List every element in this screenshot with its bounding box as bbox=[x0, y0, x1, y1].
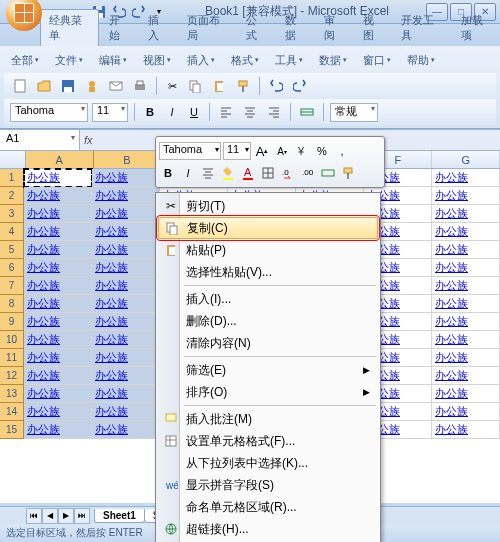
save-icon[interactable] bbox=[58, 76, 78, 96]
col-header-g[interactable]: G bbox=[432, 151, 500, 168]
menu-sort[interactable]: 排序(O)▶ bbox=[158, 381, 378, 403]
mini-font-color-icon[interactable]: A bbox=[239, 164, 257, 182]
row-header[interactable]: 8 bbox=[0, 295, 24, 313]
mini-percent-icon[interactable]: % bbox=[313, 142, 331, 160]
undo-icon[interactable] bbox=[266, 76, 286, 96]
font-select[interactable]: Tahoma bbox=[10, 103, 88, 122]
tab-addins[interactable]: 加载项 bbox=[453, 10, 500, 46]
row-header[interactable]: 14 bbox=[0, 403, 24, 421]
menu-file[interactable]: 文件▾ bbox=[48, 50, 90, 71]
cell[interactable]: 办公族 bbox=[24, 169, 92, 187]
row-header[interactable]: 3 bbox=[0, 205, 24, 223]
cell[interactable]: 办公族 bbox=[24, 205, 92, 223]
align-left-icon[interactable] bbox=[216, 102, 236, 122]
font-size-select[interactable]: 11 bbox=[92, 103, 128, 122]
print-icon[interactable] bbox=[130, 76, 150, 96]
menu-tools[interactable]: 工具▾ bbox=[268, 50, 310, 71]
select-all-corner[interactable] bbox=[0, 151, 26, 168]
row-header[interactable]: 1 bbox=[0, 169, 24, 187]
tab-insert[interactable]: 插入 bbox=[140, 10, 177, 46]
row-header[interactable]: 10 bbox=[0, 331, 24, 349]
cell[interactable]: 办公族 bbox=[24, 367, 92, 385]
menu-hyperlink[interactable]: 超链接(H)... bbox=[158, 518, 378, 540]
tab-review[interactable]: 审阅 bbox=[316, 10, 353, 46]
menu-insert-comment[interactable]: 插入批注(M) bbox=[158, 408, 378, 430]
mini-italic-button[interactable]: I bbox=[179, 164, 197, 182]
cell[interactable]: 办公族 bbox=[432, 241, 500, 259]
cell[interactable]: 办公族 bbox=[92, 349, 160, 367]
mini-bold-button[interactable]: B bbox=[159, 164, 177, 182]
cell[interactable]: 办公族 bbox=[92, 241, 160, 259]
mini-currency-icon[interactable]: ¥ bbox=[293, 142, 311, 160]
shrink-font-icon[interactable]: A▾ bbox=[273, 142, 291, 160]
menu-name-range[interactable]: 命名单元格区域(R)... bbox=[158, 496, 378, 518]
mini-decrease-decimal-icon[interactable]: .0 bbox=[279, 164, 297, 182]
bold-button[interactable]: B bbox=[141, 102, 159, 122]
mini-size-select[interactable]: 11 bbox=[223, 142, 251, 160]
cell[interactable]: 办公族 bbox=[432, 403, 500, 421]
menu-format[interactable]: 格式▾ bbox=[224, 50, 266, 71]
cell[interactable]: 办公族 bbox=[24, 277, 92, 295]
row-header[interactable]: 2 bbox=[0, 187, 24, 205]
permission-icon[interactable] bbox=[82, 76, 102, 96]
cell[interactable]: 办公族 bbox=[24, 349, 92, 367]
cell[interactable]: 办公族 bbox=[24, 241, 92, 259]
fx-icon[interactable]: fx bbox=[84, 134, 93, 146]
cell[interactable]: 办公族 bbox=[92, 295, 160, 313]
open-icon[interactable] bbox=[34, 76, 54, 96]
menu-filter[interactable]: 筛选(E)▶ bbox=[158, 359, 378, 381]
cell[interactable]: 办公族 bbox=[24, 421, 92, 439]
mini-fill-color-icon[interactable] bbox=[219, 164, 237, 182]
new-icon[interactable] bbox=[10, 76, 30, 96]
row-header[interactable]: 5 bbox=[0, 241, 24, 259]
cell[interactable]: 办公族 bbox=[432, 277, 500, 295]
row-header[interactable]: 9 bbox=[0, 313, 24, 331]
tab-home[interactable]: 开始 bbox=[101, 10, 138, 46]
col-header-b[interactable]: B bbox=[94, 151, 162, 168]
tab-formulas[interactable]: 公式 bbox=[238, 10, 275, 46]
row-header[interactable]: 6 bbox=[0, 259, 24, 277]
menu-clear[interactable]: 清除内容(N) bbox=[158, 332, 378, 354]
tab-developer[interactable]: 开发工具 bbox=[393, 10, 450, 46]
grow-font-icon[interactable]: A▴ bbox=[253, 142, 271, 160]
menu-dropdown-list[interactable]: 从下拉列表中选择(K)... bbox=[158, 452, 378, 474]
cut-icon[interactable]: ✂ bbox=[163, 76, 181, 96]
email-icon[interactable] bbox=[106, 76, 126, 96]
mini-align-center-icon[interactable] bbox=[199, 164, 217, 182]
cell[interactable]: 办公族 bbox=[432, 331, 500, 349]
menu-format-cells[interactable]: 设置单元格格式(F)... bbox=[158, 430, 378, 452]
cell[interactable]: 办公族 bbox=[92, 421, 160, 439]
align-right-icon[interactable] bbox=[264, 102, 284, 122]
cell[interactable]: 办公族 bbox=[92, 313, 160, 331]
copy-icon[interactable] bbox=[185, 76, 205, 96]
cell[interactable]: 办公族 bbox=[432, 259, 500, 277]
cell[interactable]: 办公族 bbox=[432, 385, 500, 403]
underline-button[interactable]: U bbox=[185, 102, 203, 122]
menu-all[interactable]: 全部▾ bbox=[4, 50, 46, 71]
cell[interactable]: 办公族 bbox=[24, 187, 92, 205]
format-painter-icon[interactable] bbox=[233, 76, 253, 96]
row-header[interactable]: 4 bbox=[0, 223, 24, 241]
menu-paste[interactable]: 粘贴(P) bbox=[158, 239, 378, 261]
col-header-a[interactable]: A bbox=[26, 151, 94, 168]
sheet-tab-1[interactable]: Sheet1 bbox=[94, 509, 145, 523]
redo-icon[interactable] bbox=[290, 76, 310, 96]
cell[interactable]: 办公族 bbox=[92, 259, 160, 277]
row-header[interactable]: 15 bbox=[0, 421, 24, 439]
cell[interactable]: 办公族 bbox=[92, 385, 160, 403]
menu-cut[interactable]: ✂剪切(T) bbox=[158, 195, 378, 217]
cell[interactable]: 办公族 bbox=[24, 331, 92, 349]
italic-button[interactable]: I bbox=[163, 102, 181, 122]
cell[interactable]: 办公族 bbox=[24, 259, 92, 277]
mini-merge-icon[interactable] bbox=[319, 164, 337, 182]
row-header[interactable]: 7 bbox=[0, 277, 24, 295]
tab-data[interactable]: 数据 bbox=[277, 10, 314, 46]
cell[interactable]: 办公族 bbox=[24, 313, 92, 331]
cell[interactable]: 办公族 bbox=[92, 187, 160, 205]
cell[interactable]: 办公族 bbox=[92, 367, 160, 385]
menu-delete[interactable]: 删除(D)... bbox=[158, 310, 378, 332]
cell[interactable]: 办公族 bbox=[92, 331, 160, 349]
menu-show-phonetic[interactable]: wén显示拼音字段(S) bbox=[158, 474, 378, 496]
cell[interactable]: 办公族 bbox=[432, 367, 500, 385]
sheet-nav-first[interactable]: ⏮ bbox=[26, 508, 42, 524]
